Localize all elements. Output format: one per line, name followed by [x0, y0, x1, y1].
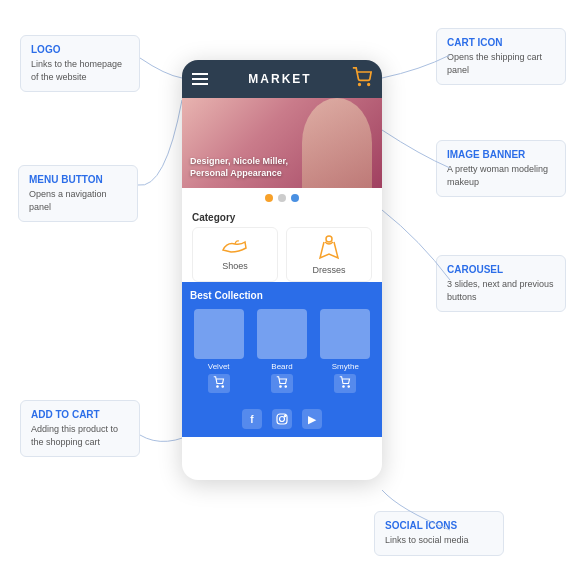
youtube-icon[interactable]: ▶ [302, 409, 322, 429]
menu-button[interactable] [192, 73, 208, 85]
annotation-carousel-title: CAROUSEL [447, 264, 555, 275]
annotation-image-banner-title: IMAGE BANNER [447, 149, 555, 160]
annotation-logo: LOGO Links to the homepage of the websit… [20, 35, 140, 92]
annotation-cart-icon-desc: Opens the shipping cart panel [447, 51, 555, 76]
svg-point-4 [222, 386, 224, 388]
annotation-social-icons: SOCIAL ICONS Links to social media [374, 511, 504, 556]
image-banner: Designer, Nicole Miller, Personal Appear… [182, 98, 382, 188]
product-grid: Velvet Beard [190, 309, 374, 393]
carousel-dot-1[interactable] [265, 194, 273, 202]
annotation-image-banner: IMAGE BANNER A pretty woman modeling mak… [436, 140, 566, 197]
annotation-add-to-cart-desc: Adding this product to the shopping cart [31, 423, 129, 448]
annotation-logo-title: LOGO [31, 44, 129, 55]
best-collection-title: Best Collection [190, 290, 374, 301]
category-dresses[interactable]: Dresses [286, 227, 372, 282]
cart-icon[interactable] [352, 67, 372, 91]
social-bar: f ▶ [182, 401, 382, 437]
annotation-add-to-cart-title: ADD TO CART [31, 409, 129, 420]
product-beard-name: Beard [271, 362, 292, 371]
carousel-dots [182, 188, 382, 208]
svg-point-11 [284, 415, 285, 416]
dresses-label: Dresses [312, 265, 345, 275]
phone-header: MARKET [182, 60, 382, 98]
facebook-icon[interactable]: f [242, 409, 262, 429]
svg-point-5 [280, 386, 282, 388]
category-title: Category [192, 212, 372, 223]
category-items: Shoes Dresses [192, 227, 372, 282]
svg-point-0 [359, 84, 361, 86]
annotation-cart-icon-title: CART ICON [447, 37, 555, 48]
annotation-carousel-desc: 3 slides, next and previous buttons [447, 278, 555, 303]
annotation-menu-title: MENU BUTTON [29, 174, 127, 185]
banner-face-decoration [302, 98, 372, 188]
svg-point-8 [348, 386, 350, 388]
product-velvet-name: Velvet [208, 362, 230, 371]
svg-point-6 [285, 386, 287, 388]
category-section: Category Shoes [182, 208, 382, 282]
phone-mockup: MARKET Designer, Nicole Miller, Personal… [182, 60, 382, 480]
product-beard: Beard [253, 309, 310, 393]
annotation-add-to-cart: ADD TO CART Adding this product to the s… [20, 400, 140, 457]
annotation-image-banner-desc: A pretty woman modeling makeup [447, 163, 555, 188]
annotation-menu-desc: Opens a navigation panel [29, 188, 127, 213]
phone-app-title: MARKET [248, 72, 311, 86]
best-collection-section: Best Collection Velvet Beard [182, 282, 382, 401]
svg-point-7 [343, 386, 345, 388]
add-to-cart-velvet[interactable] [208, 374, 230, 393]
dress-icon [318, 234, 340, 263]
svg-point-3 [216, 386, 218, 388]
banner-text: Designer, Nicole Miller, Personal Appear… [190, 155, 288, 180]
product-velvet-img [194, 309, 244, 359]
product-smythe: Smythe [317, 309, 374, 393]
product-velvet: Velvet [190, 309, 247, 393]
annotation-social-desc: Links to social media [385, 534, 493, 547]
svg-point-1 [368, 84, 370, 86]
add-to-cart-smythe[interactable] [334, 374, 356, 393]
add-to-cart-beard[interactable] [271, 374, 293, 393]
product-beard-img [257, 309, 307, 359]
annotation-social-title: SOCIAL ICONS [385, 520, 493, 531]
category-shoes[interactable]: Shoes [192, 227, 278, 282]
svg-point-10 [280, 417, 285, 422]
annotation-logo-desc: Links to the homepage of the website [31, 58, 129, 83]
product-smythe-img [320, 309, 370, 359]
annotation-menu: MENU BUTTON Opens a navigation panel [18, 165, 138, 222]
carousel-dot-3[interactable] [291, 194, 299, 202]
annotation-cart-icon: CART ICON Opens the shipping cart panel [436, 28, 566, 85]
shoes-label: Shoes [222, 261, 248, 271]
shoes-icon [221, 234, 249, 259]
svg-point-2 [326, 236, 332, 242]
product-smythe-name: Smythe [332, 362, 359, 371]
annotation-carousel: CAROUSEL 3 slides, next and previous but… [436, 255, 566, 312]
carousel-dot-2[interactable] [278, 194, 286, 202]
instagram-icon[interactable] [272, 409, 292, 429]
